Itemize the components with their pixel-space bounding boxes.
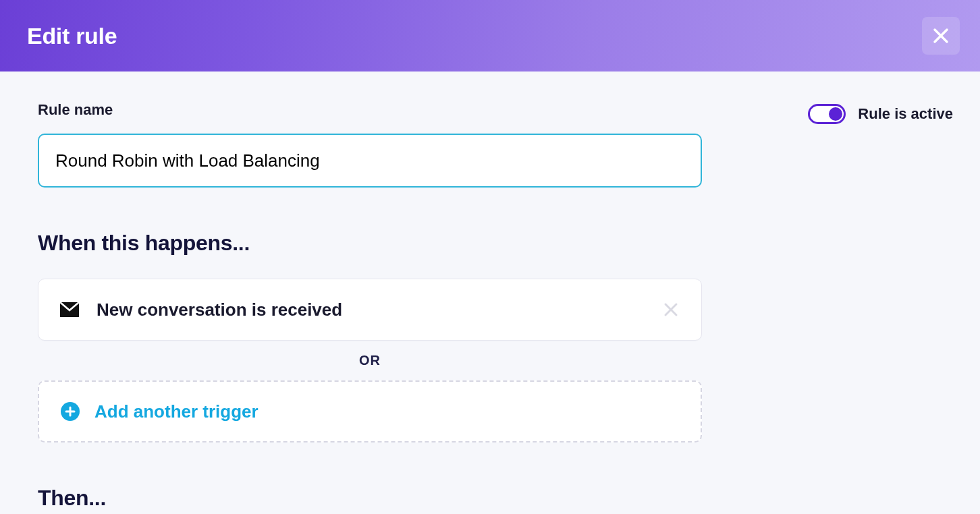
modal-content: Rule name Rule is active When this happe… [0,72,980,511]
plus-circle-icon [61,402,80,421]
or-separator: OR [38,353,702,368]
rule-name-input[interactable] [38,134,702,188]
close-icon [663,302,678,317]
rule-name-label: Rule name [38,101,702,119]
add-trigger-button[interactable]: Add another trigger [38,380,702,442]
mail-icon [60,302,79,317]
add-trigger-label: Add another trigger [94,401,258,422]
remove-trigger-button[interactable] [659,298,682,321]
when-section-heading: When this happens... [38,231,953,256]
top-row: Rule name Rule is active [38,101,953,188]
page-title: Edit rule [27,23,117,49]
toggle-knob [829,107,842,121]
rule-name-section: Rule name [38,101,702,188]
close-button[interactable] [922,17,960,55]
modal-header: Edit rule [0,0,980,72]
then-section-heading: Then... [38,486,953,511]
rule-active-toggle[interactable] [808,104,846,124]
rule-active-toggle-section: Rule is active [808,104,953,124]
trigger-label: New conversation is received [97,299,342,320]
close-icon [932,27,950,45]
trigger-content: New conversation is received [60,299,342,320]
trigger-card[interactable]: New conversation is received [38,279,702,341]
rule-active-label: Rule is active [858,105,953,123]
